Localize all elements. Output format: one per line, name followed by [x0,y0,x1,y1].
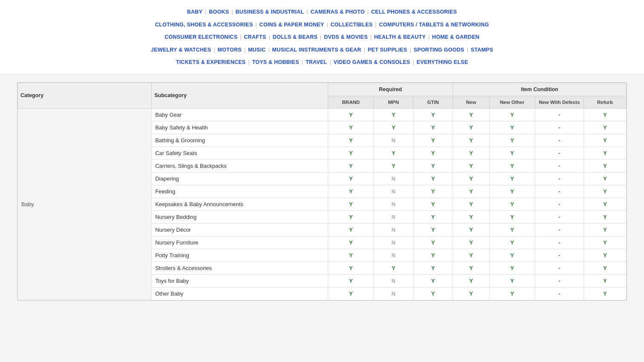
nav-separator: | [467,47,468,53]
subcategory-cell: Car Safety Seats [152,147,328,159]
nav-link-sporting-goods[interactable]: SPORTING GOODS [413,47,464,53]
nav-separator: | [428,34,430,40]
value-newother: Y [489,249,535,261]
nav-link-baby[interactable]: BABY [187,9,202,15]
nav-link-stamps[interactable]: STAMPS [471,47,493,53]
nav-link-everything-else[interactable]: EVERYTHING ELSE [417,59,468,65]
value-mpn: N [374,185,413,198]
value-newother: Y [489,172,535,185]
value-new: Y [453,147,489,159]
nav-link-cell-phones-accessories[interactable]: CELL PHONES & ACCESSORIES [371,9,457,15]
nav-link-computers-tablets-networking[interactable]: COMPUTERS / TABLETS & NETWORKING [379,22,489,28]
value-newother: Y [489,108,535,121]
nav-link-motors[interactable]: MOTORS [218,47,242,53]
nav-row: JEWELRY & WATCHES|MOTORS|MUSIC|MUSICAL I… [26,45,618,55]
nav-link-health-beauty[interactable]: HEALTH & BEAUTY [374,34,426,40]
value-new: Y [453,236,489,249]
value-new: Y [453,121,489,134]
col-mpn: MPN [374,96,413,108]
nav-link-toys-hobbies[interactable]: TOYS & HOBBIES [252,59,299,65]
nav-link-video-games-consoles[interactable]: VIDEO GAMES & CONSOLES [334,59,410,65]
value-newother: Y [489,261,535,274]
value-brand: Y [328,249,374,261]
nav-link-home-garden[interactable]: HOME & GARDEN [432,34,479,40]
value-newother: Y [489,198,535,210]
value-mpn: N [374,172,413,185]
nav-link-musical-instruments-gear[interactable]: MUSICAL INSTRUMENTS & GEAR [272,47,361,53]
col-new-other: New Other [489,96,535,108]
subcategory-cell: Other Baby [152,287,328,300]
value-gtin: Y [413,236,453,249]
value-new: Y [453,261,489,274]
value-newdefects: - [535,223,583,236]
value-new: Y [453,159,489,172]
value-newdefects: - [535,159,583,172]
nav-row: CONSUMER ELECTRONICS|CRAFTS|DOLLS & BEAR… [26,32,618,42]
nav-separator: | [269,34,270,40]
value-refurb: Y [583,236,626,249]
value-refurb: Y [583,159,626,172]
subcategory-cell: Nursery Décor [152,223,328,236]
col-header-subcategory: Subcategory [152,83,328,108]
nav-link-tickets-experiences[interactable]: TICKETS & EXPERIENCES [176,59,246,65]
nav-link-books[interactable]: BOOKS [209,9,229,15]
value-newother: Y [489,121,535,134]
nav-separator: | [364,47,365,53]
value-refurb: Y [583,185,626,198]
value-brand: Y [328,287,374,300]
value-new: Y [453,134,489,147]
nav-separator: | [302,59,303,65]
nav-separator: | [370,34,372,40]
value-newdefects: - [535,134,583,147]
value-newdefects: - [535,198,583,210]
value-newdefects: - [535,274,583,287]
value-brand: Y [328,274,374,287]
value-new: Y [453,249,489,261]
value-newother: Y [489,223,535,236]
nav-separator: | [410,47,411,53]
nav-link-clothing-shoes-accessories[interactable]: CLOTHING, SHOES & ACCESSORIES [155,22,253,28]
nav-link-collectibles[interactable]: COLLECTIBLES [331,22,373,28]
value-brand: Y [328,134,374,147]
value-new: Y [453,274,489,287]
value-brand: Y [328,108,374,121]
nav-link-jewelry-watches[interactable]: JEWELRY & WATCHES [151,47,211,53]
value-newdefects: - [535,261,583,274]
value-refurb: Y [583,134,626,147]
value-brand: Y [328,121,374,134]
value-brand: Y [328,147,374,159]
nav-link-travel[interactable]: TRAVEL [306,59,327,65]
nav-link-music[interactable]: MUSIC [248,47,266,53]
nav-link-business-industrial[interactable]: BUSINESS & INDUSTRIAL [236,9,304,15]
nav-link-coins-paper-money[interactable]: COINS & PAPER MONEY [260,22,324,28]
nav-row: TICKETS & EXPERIENCES|TOYS & HOBBIES|TRA… [26,57,618,67]
value-gtin: Y [413,223,453,236]
subcategory-cell: Potty Training [152,249,328,261]
value-gtin: Y [413,261,453,274]
value-gtin: Y [413,249,453,261]
category-cell: Baby [18,108,152,300]
nav-link-dolls-bears[interactable]: DOLLS & BEARS [273,34,318,40]
value-mpn: N [374,134,413,147]
nav-link-dvds-movies[interactable]: DVDS & MOVIES [324,34,368,40]
value-brand: Y [328,185,374,198]
value-new: Y [453,210,489,223]
subcategory-cell: Strollers & Accessories [152,261,328,274]
value-new: Y [453,223,489,236]
nav-link-crafts[interactable]: CRAFTS [244,34,266,40]
value-new: Y [453,185,489,198]
subcategory-cell: Baby Safety & Health [152,121,328,134]
value-gtin: Y [413,185,453,198]
value-gtin: Y [413,121,453,134]
value-newother: Y [489,287,535,300]
subcategory-cell: Keepsakes & Baby Announcements [152,198,328,210]
value-mpn: Y [374,261,413,274]
nav-link-cameras-photo[interactable]: CAMERAS & PHOTO [311,9,365,15]
nav-link-consumer-electronics[interactable]: CONSUMER ELECTRONICS [165,34,237,40]
value-newother: Y [489,185,535,198]
nav-separator: | [205,9,206,15]
value-refurb: Y [583,172,626,185]
value-newdefects: - [535,236,583,249]
nav-row: CLOTHING, SHOES & ACCESSORIES|COINS & PA… [26,20,618,30]
nav-link-pet-supplies[interactable]: PET SUPPLIES [368,47,407,53]
